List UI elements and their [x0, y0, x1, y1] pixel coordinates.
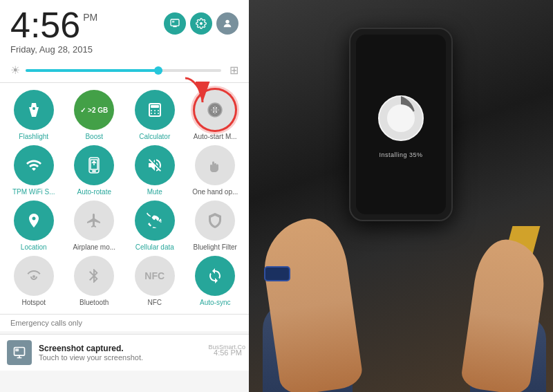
- svg-point-19: [387, 104, 415, 132]
- svg-point-13: [213, 108, 217, 112]
- auto-rotate-circle: [74, 145, 114, 185]
- one-hand-label: One hand op...: [192, 188, 238, 196]
- location-label: Location: [21, 243, 47, 252]
- phone-screen: Installing 35%: [356, 35, 446, 214]
- tile-calculator[interactable]: Calculator: [126, 90, 183, 141]
- tile-location[interactable]: Location: [6, 200, 62, 252]
- calculator-label: Calculator: [139, 133, 170, 141]
- cellular-label: Cellular data: [135, 243, 174, 252]
- tile-hotspot[interactable]: Hotspot: [6, 256, 62, 307]
- mute-label: Mute: [147, 188, 162, 196]
- autosync-label: Auto-sync: [200, 299, 230, 307]
- tile-boost[interactable]: ✓ >2 GB Boost: [66, 90, 123, 141]
- tpm-wifi-circle: [14, 145, 54, 185]
- nfc-label: NFC: [147, 299, 162, 307]
- tile-cellular[interactable]: Cellular data: [126, 200, 183, 252]
- svg-rect-5: [151, 105, 159, 108]
- tile-tpm-wifi[interactable]: TPM WiFi S...: [6, 145, 62, 196]
- svg-rect-16: [15, 348, 19, 351]
- tile-auto-rotate[interactable]: Auto-rotate: [66, 145, 123, 196]
- notification-subtitle: Touch to view your screenshot.: [39, 353, 207, 362]
- emergency-text: Emergency calls only: [0, 314, 249, 331]
- mute-circle: [135, 145, 175, 185]
- flashlight-circle: [14, 90, 54, 130]
- one-hand-circle: [195, 145, 235, 185]
- autostart-circle: [195, 90, 235, 130]
- android-notification-shade: 4:56 PM Friday, Aug 28, 2015 ☀ ⊞: [0, 0, 249, 392]
- notification-icon: [7, 340, 32, 365]
- screen-rotation-icon: ⊞: [229, 64, 238, 77]
- tile-mute[interactable]: Mute: [126, 145, 183, 196]
- svg-rect-0: [171, 19, 179, 26]
- watermark: BusSmart.Co: [208, 344, 245, 351]
- tile-flashlight[interactable]: Flashlight: [6, 90, 62, 141]
- svg-rect-1: [172, 21, 174, 23]
- svg-point-6: [151, 110, 152, 111]
- quick-tiles-grid: Flashlight ✓ >2 GB Boost Calculator Auto…: [0, 83, 249, 314]
- notification-text: Screenshot captured. Touch to view your …: [39, 344, 207, 362]
- auto-rotate-label: Auto-rotate: [77, 188, 111, 196]
- hotspot-circle: [14, 256, 54, 296]
- tile-one-hand[interactable]: One hand op...: [187, 145, 244, 196]
- notification-title: Screenshot captured.: [39, 344, 207, 353]
- tile-autosync[interactable]: Auto-sync: [187, 256, 244, 307]
- svg-point-9: [151, 113, 152, 114]
- status-icons: [164, 12, 238, 35]
- phone-device: Installing 35%: [349, 28, 453, 221]
- boost-circle: ✓ >2 GB: [74, 90, 114, 130]
- notification-bar[interactable]: Screenshot captured. Touch to view your …: [0, 334, 249, 371]
- wristwatch: [264, 266, 290, 281]
- location-circle: [14, 200, 54, 241]
- brightness-slider[interactable]: [26, 69, 221, 72]
- svg-point-2: [225, 20, 229, 24]
- nfc-circle: NFC: [135, 256, 175, 296]
- tile-airplane[interactable]: Airplane mo...: [66, 200, 123, 252]
- time-block: 4:56 PM Friday, Aug 28, 2015: [10, 7, 97, 55]
- svg-point-11: [158, 113, 159, 114]
- bluelight-circle: [195, 200, 235, 241]
- svg-point-3: [32, 107, 35, 110]
- bluelight-label: Bluelight Filter: [194, 243, 237, 252]
- tile-bluelight[interactable]: Bluelight Filter: [187, 200, 244, 252]
- settings-icon[interactable]: [190, 12, 212, 35]
- brightness-bar: ☀ ⊞: [0, 58, 249, 83]
- bluetooth-circle: [74, 256, 114, 296]
- tile-nfc[interactable]: NFC NFC: [126, 256, 183, 307]
- svg-point-7: [154, 110, 156, 111]
- svg-point-10: [154, 113, 156, 114]
- boost-label: Boost: [85, 133, 103, 141]
- right-panel-photo: Installing 35%: [249, 0, 553, 392]
- flashlight-label: Flashlight: [19, 133, 48, 141]
- tile-autostart[interactable]: Auto-start M...: [187, 90, 244, 141]
- bluetooth-label: Bluetooth: [79, 299, 109, 307]
- progress-circle: [373, 91, 429, 146]
- airplane-label: Airplane mo...: [73, 243, 115, 252]
- autostart-label: Auto-start M...: [194, 133, 237, 141]
- date-display: Friday, Aug 28, 2015: [10, 44, 97, 55]
- screenshot-icon[interactable]: [164, 12, 186, 35]
- svg-point-8: [158, 110, 159, 111]
- calculator-circle: [135, 90, 175, 130]
- cellular-circle: [135, 200, 175, 241]
- hotspot-label: Hotspot: [22, 299, 46, 307]
- time-display: 4:56: [10, 7, 80, 43]
- installing-text: Installing 35%: [379, 151, 422, 158]
- tile-bluetooth[interactable]: Bluetooth: [66, 256, 123, 307]
- tpm-wifi-label: TPM WiFi S...: [12, 188, 55, 196]
- autosync-circle: [195, 256, 235, 296]
- ampm-display: PM: [83, 12, 97, 22]
- brightness-low-icon: ☀: [10, 64, 20, 77]
- user-icon[interactable]: [216, 12, 238, 35]
- status-bar: 4:56 PM Friday, Aug 28, 2015: [0, 0, 249, 58]
- airplane-circle: [74, 200, 114, 241]
